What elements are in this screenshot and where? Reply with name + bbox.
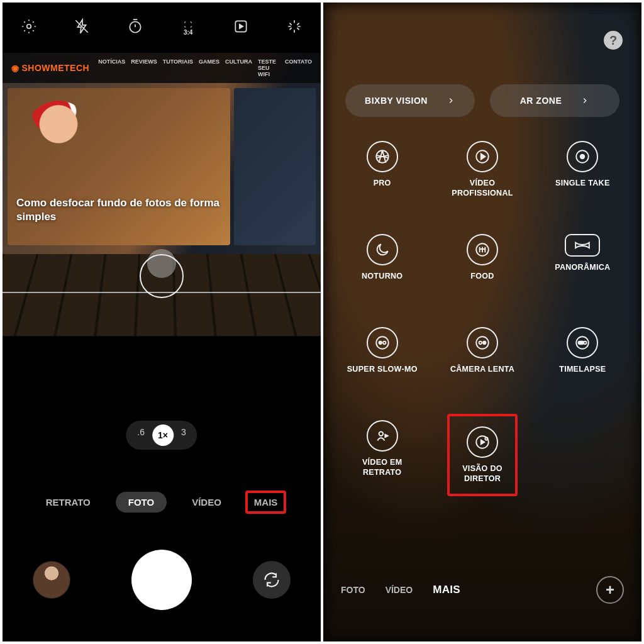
food-icon [474, 242, 491, 258]
footer-mode-foto[interactable]: FOTO [341, 585, 365, 595]
website-header: SHOWMETECH NOTÍCIASREVIEWS TUTORIAISGAME… [3, 53, 321, 83]
right-screenshot: ? BIXBY VISION AR ZONE PRO VÍDEO PROFISS… [323, 3, 641, 641]
svg-marker-4 [240, 25, 243, 29]
svg-point-24 [485, 437, 487, 440]
mode-super-slowmo[interactable]: SUPER SLOW-MO [343, 321, 421, 380]
zoom-tele[interactable]: 3 [176, 425, 191, 446]
left-screenshot: 3:4 SHOWMETECH NOTÍCIASREVIEWS TUTORIAIS… [3, 3, 321, 641]
focus-indicator [140, 254, 184, 298]
svg-point-12 [379, 341, 381, 344]
zoom-wide[interactable]: .6 [132, 425, 150, 446]
svg-point-16 [483, 341, 486, 344]
svg-point-0 [27, 25, 31, 29]
mode-timelapse[interactable]: TIMELAPSE [555, 321, 609, 380]
laptop-screen-area: SHOWMETECH NOTÍCIASREVIEWS TUTORIAISGAME… [3, 53, 321, 254]
flash-off-icon[interactable] [74, 18, 90, 37]
mode-portrait-video[interactable]: VÍDEO EM RETRATO [358, 414, 406, 484]
svg-marker-7 [481, 154, 486, 160]
timer-icon[interactable] [127, 18, 143, 37]
settings-icon[interactable] [21, 18, 37, 37]
camera-topbar: 3:4 [3, 3, 321, 53]
footer-mode-video[interactable]: VÍDEO [386, 585, 413, 595]
gallery-thumbnail[interactable] [33, 561, 70, 599]
bixby-vision-button[interactable]: BIXBY VISION [345, 84, 475, 117]
viewfinder[interactable]: SHOWMETECH NOTÍCIASREVIEWS TUTORIAISGAME… [3, 53, 321, 330]
mode-food[interactable]: FOOD [463, 228, 502, 287]
add-mode-button[interactable]: + [596, 576, 624, 604]
shutter-button[interactable] [131, 550, 192, 610]
mode-single-take[interactable]: SINGLE TAKE [552, 135, 613, 194]
svg-marker-21 [385, 435, 387, 437]
mode-mais[interactable]: MAIS [247, 492, 286, 513]
svg-point-11 [376, 336, 389, 349]
aspect-3-4-icon[interactable]: 3:4 [180, 20, 196, 36]
mode-foto[interactable]: FOTO [116, 492, 167, 513]
svg-point-13 [383, 341, 386, 344]
director-icon [474, 434, 491, 450]
mode-strip: RETRATO FOTO VÍDEO MAIS [3, 492, 321, 513]
article-card: Como desfocar fundo de fotos de forma si… [8, 88, 230, 245]
help-button[interactable]: ? [604, 31, 623, 50]
svg-rect-18 [579, 341, 584, 344]
svg-point-20 [379, 432, 383, 436]
svg-point-9 [580, 155, 585, 159]
slowmo-icon [374, 335, 391, 351]
portrait-vid-icon [374, 428, 391, 444]
article-card-secondary [234, 88, 316, 245]
moon-icon [374, 242, 391, 258]
panorama-icon [574, 237, 591, 253]
mode-director-view[interactable]: VISÃO DO DIRETOR [447, 414, 518, 496]
site-logo: SHOWMETECH [11, 63, 89, 73]
filters-icon[interactable] [286, 18, 303, 37]
svg-point-19 [584, 341, 586, 344]
mode-night[interactable]: NOTURNO [358, 228, 406, 287]
ar-zone-button[interactable]: AR ZONE [490, 84, 619, 117]
switch-camera-icon [263, 571, 280, 589]
mode-panorama[interactable]: PANORÂMICA [551, 228, 614, 278]
more-modes-grid: PRO VÍDEO PROFISSIONAL SINGLE TAKE NOTUR… [323, 135, 641, 547]
footer-mode-mais[interactable]: MAIS [433, 584, 460, 596]
mode-retrato[interactable]: RETRATO [38, 492, 98, 513]
chevron-right-icon [447, 96, 455, 105]
shutter-row [3, 550, 321, 610]
article-title: Como desfocar fundo de fotos de forma si… [16, 196, 221, 224]
switch-camera-button[interactable] [253, 561, 291, 599]
svg-marker-23 [481, 440, 484, 445]
svg-point-15 [479, 341, 482, 344]
record-dot-icon [574, 148, 591, 165]
mode-slowmo[interactable]: CÂMERA LENTA [447, 321, 518, 380]
zoom-1x[interactable]: 1× [152, 425, 174, 446]
site-nav: NOTÍCIASREVIEWS TUTORIAISGAMES CULTURATE… [98, 58, 312, 77]
svg-point-14 [476, 336, 489, 349]
video-pro-icon [474, 148, 491, 165]
svg-point-2 [130, 21, 140, 32]
bixby-vision-label: BIXBY VISION [365, 96, 428, 106]
aperture-icon [374, 148, 391, 165]
ar-zone-label: AR ZONE [520, 96, 562, 106]
aspect-label: 3:4 [184, 29, 192, 36]
mode-video[interactable]: VÍDEO [184, 492, 229, 513]
slowmo-icon [474, 335, 491, 351]
chevron-right-icon [580, 96, 589, 105]
timelapse-icon [574, 335, 591, 351]
footer-mode-strip: FOTO VÍDEO MAIS + [323, 576, 641, 604]
motion-photo-icon[interactable] [233, 18, 249, 37]
mode-pro[interactable]: PRO [363, 135, 402, 194]
mode-video-pro[interactable]: VÍDEO PROFISSIONAL [448, 135, 516, 204]
zoom-selector[interactable]: .6 1× 3 [126, 421, 197, 450]
